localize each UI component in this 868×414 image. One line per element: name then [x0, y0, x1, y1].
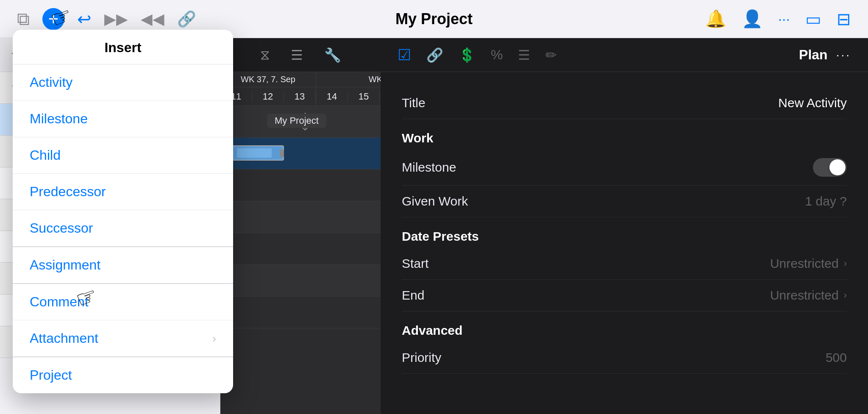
insert-comment[interactable]: Comment	[13, 284, 233, 320]
person-icon[interactable]: 👤	[742, 9, 763, 29]
title-label: Title	[402, 96, 426, 110]
plan-title-area: Plan ···	[799, 47, 851, 63]
gantt-empty-1	[220, 169, 381, 201]
insert-comment-wrapper: Comment ☞	[13, 284, 233, 320]
columns-icon[interactable]: ☰	[518, 47, 530, 63]
insert-menu-title: Insert	[13, 30, 233, 64]
priority-label: Priority	[402, 350, 441, 365]
indent-right-icon[interactable]: ▶▶	[104, 10, 128, 28]
start-chevron: ›	[844, 258, 847, 269]
gantt-toolbar: ⧖ ☰ 🔧	[220, 38, 381, 72]
panel-icons-row: ☑ 🔗 💲 % ☰ ✏	[398, 46, 557, 64]
filter-gantt-icon[interactable]: ⧖	[260, 47, 270, 63]
wrench-icon[interactable]: 🔧	[324, 47, 341, 63]
insert-project[interactable]: Project	[13, 357, 233, 393]
wk37-label: WK 37, 7. Sep	[220, 72, 316, 87]
gantt-empty-3	[220, 233, 381, 265]
end-row[interactable]: End Unrestricted ›	[402, 280, 847, 311]
plan-label: Plan	[799, 47, 828, 63]
milestone-toggle[interactable]	[813, 158, 847, 177]
link-icon[interactable]: 🔗	[177, 10, 196, 28]
priority-value: 500	[826, 350, 847, 365]
date-presets-section: Date Presets	[402, 217, 847, 248]
start-value: Unrestricted ›	[770, 256, 847, 271]
date-12: 12	[252, 91, 284, 102]
toggle-knob	[829, 159, 846, 175]
panel-title-row: Title New Activity	[402, 87, 847, 119]
wk38-section: WK 38, 14. September 14 15 16 17 18 1	[316, 72, 381, 106]
checklist-icon[interactable]: ☑	[398, 46, 411, 64]
undo-icon[interactable]: ↩	[77, 9, 92, 29]
edit-icon[interactable]: ✏	[545, 47, 557, 63]
wk38-dates: 14 15 16 17 18 1	[316, 87, 381, 106]
end-value: Unrestricted ›	[770, 288, 847, 303]
wk37-dates: 11 12 13	[220, 87, 316, 106]
advanced-section: Advanced	[402, 311, 847, 342]
gantt-empty-2	[220, 201, 381, 233]
gantt-chart-row-project: My Project	[220, 106, 381, 138]
wk38-label: WK 38, 14. September	[316, 72, 381, 87]
milestone-label: Milestone	[402, 160, 456, 175]
copy-icon[interactable]: ⧉	[17, 9, 30, 29]
bell-icon[interactable]: 🔔	[705, 9, 726, 29]
insert-menu: Insert Activity Milestone Child Predeces…	[13, 30, 233, 393]
insert-attachment[interactable]: Attachment ›	[13, 320, 233, 357]
gantt-empty-4	[220, 265, 381, 297]
app-title: My Project	[395, 10, 473, 28]
link2-icon[interactable]: 🔗	[426, 47, 443, 63]
gantt-chart-row-activity[interactable]	[220, 138, 381, 169]
milestone-row: Milestone	[402, 150, 847, 186]
insert-predecessor[interactable]: Predecessor	[13, 174, 233, 210]
sort-icon[interactable]: ☰	[291, 47, 303, 63]
end-chevron: ›	[844, 290, 847, 301]
ellipsis-icon[interactable]: ···	[778, 11, 790, 27]
gantt-empty-5	[220, 297, 381, 328]
right-panel-subbar: ☑ 🔗 💲 % ☰ ✏ Plan ···	[381, 38, 868, 72]
bar-fill	[237, 148, 272, 158]
insert-child[interactable]: Child	[13, 137, 233, 174]
sidebar-icon[interactable]: ⊟	[837, 9, 851, 29]
insert-successor[interactable]: Successor	[13, 210, 233, 247]
gantt-chart-area: ⧖ ☰ 🔧 WK 37, 7. Sep 11 12 13 WK 38, 14. …	[220, 38, 381, 414]
toolbar-right: 🔔 👤 ··· ▭ ⊟	[705, 9, 851, 29]
right-panel: 🔔 👤 ··· ▭ ⊟ ☑ 🔗 💲 % ☰ ✏ Plan ··· Title N…	[381, 0, 868, 414]
title-value: New Activity	[778, 96, 847, 110]
date-13: 13	[284, 91, 316, 102]
add-button[interactable]: +	[42, 8, 64, 30]
gantt-col-headers: WK 37, 7. Sep 11 12 13 WK 38, 14. Septem…	[220, 72, 381, 106]
insert-milestone[interactable]: Milestone	[13, 101, 233, 137]
insert-activity[interactable]: Activity	[13, 64, 233, 101]
dollar-icon[interactable]: 💲	[459, 47, 476, 63]
priority-row: Priority 500	[402, 342, 847, 374]
given-work-value: 1 day ?	[805, 194, 847, 208]
attachment-chevron: ›	[212, 332, 216, 345]
insert-assignment[interactable]: Assignment	[13, 247, 233, 283]
start-row[interactable]: Start Unrestricted ›	[402, 248, 847, 280]
wk37-section: WK 37, 7. Sep 11 12 13	[220, 72, 316, 106]
bar-handle-right[interactable]	[280, 150, 284, 157]
given-work-label: Given Work	[402, 194, 468, 208]
end-label: End	[402, 288, 424, 303]
date-14: 14	[316, 91, 348, 102]
work-section-title: Work	[402, 119, 847, 150]
activity-gantt-bar	[225, 145, 284, 161]
start-label: Start	[402, 256, 428, 271]
indent-left-icon[interactable]: ◀◀	[141, 10, 164, 28]
project-gantt-label: My Project	[267, 114, 326, 128]
right-panel-content: Title New Activity Work Milestone Given …	[381, 72, 868, 414]
given-work-row: Given Work 1 day ?	[402, 186, 847, 217]
square-icon[interactable]: ▭	[805, 9, 821, 29]
percent-icon[interactable]: %	[491, 47, 503, 63]
toolbar-left: ⧉ + ☞ ↩ ▶▶ ◀◀ 🔗	[17, 8, 196, 30]
date-15: 15	[348, 91, 380, 102]
three-dots[interactable]: ···	[836, 48, 851, 62]
